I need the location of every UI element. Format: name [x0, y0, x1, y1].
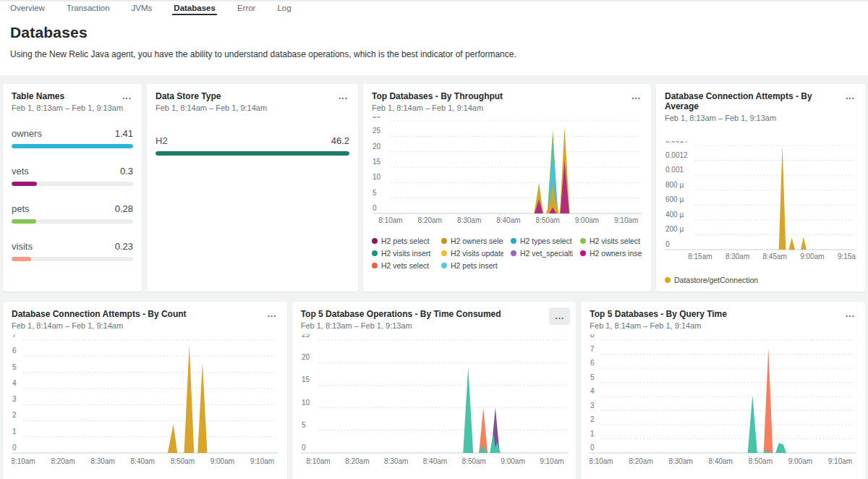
svg-text:8:45am: 8:45am [763, 253, 787, 260]
chart-legend: H2 pets selectH2 owners selectH2 types s… [372, 237, 642, 270]
area-chart[interactable]: 0510152025308:10am8:20am8:30am8:40am8:50… [372, 116, 642, 229]
svg-text:8:10am: 8:10am [12, 457, 35, 465]
svg-text:7: 7 [590, 345, 595, 353]
svg-text:8:30am: 8:30am [384, 457, 408, 465]
top-nav: Overview Transaction JVMs Databases Erro… [0, 0, 868, 15]
legend-label: H2 owners select [451, 237, 503, 245]
bar-track [12, 144, 133, 148]
legend-item[interactable]: H2 owners select [441, 237, 503, 245]
area-series [779, 145, 807, 250]
card-menu-button[interactable]: ... [119, 90, 135, 103]
svg-text:8:30am: 8:30am [457, 216, 481, 224]
card-connection-attempts-average: Database Connection Attempts - By Averag… [656, 84, 865, 292]
bar-value: 46.2 [331, 135, 349, 146]
area-chart[interactable]: 012345678:10am8:20am8:30am8:40am8:50am9:… [12, 334, 278, 470]
svg-text:1: 1 [12, 428, 17, 436]
card-time-range: Feb 1, 8:13am – Feb 1, 9:13am [665, 114, 856, 122]
svg-text:8:30am: 8:30am [90, 457, 114, 465]
svg-text:8: 8 [590, 334, 595, 339]
dashboard-grid: Table Names Feb 1, 8:13am – Feb 1, 9:13a… [0, 75, 868, 479]
card-menu-button[interactable]: ... [549, 308, 570, 325]
tab-overview[interactable]: Overview [9, 1, 46, 15]
bar-value: 0.23 [115, 241, 133, 252]
svg-text:0: 0 [373, 204, 377, 212]
card-top-databases-throughput: Top Databases - By Throughput Feb 1, 8:1… [363, 84, 651, 292]
svg-text:200 µ: 200 µ [665, 225, 684, 233]
card-time-range: Feb 1, 8:13am – Feb 1, 9:13am [12, 103, 133, 112]
svg-text:0: 0 [590, 444, 595, 452]
legend-item[interactable]: Datastore/getConnection [665, 276, 856, 284]
legend-label: H2 owners insert [590, 249, 642, 258]
svg-text:9:00am: 9:00am [788, 457, 812, 465]
tab-transaction[interactable]: Transaction [65, 1, 111, 15]
card-title: Database Connection Attempts - By Averag… [665, 91, 856, 111]
tab-log[interactable]: Log [276, 1, 292, 15]
bar-row: owners1.41 [12, 128, 133, 148]
bar-value: 0.3 [120, 166, 133, 177]
legend-item[interactable]: H2 vets select [372, 261, 434, 270]
card-time-range: Feb 1, 8:13am – Feb 1, 9:13am [301, 321, 568, 330]
bar-fill [12, 219, 36, 224]
card-menu-button[interactable]: ... [265, 308, 280, 321]
legend-label: H2 visits insert [381, 249, 430, 258]
svg-text:30: 30 [373, 116, 381, 119]
svg-text:8:40am: 8:40am [709, 457, 733, 465]
card-menu-button[interactable]: ... [843, 308, 858, 321]
legend-item[interactable]: H2 visits insert [372, 249, 434, 258]
card-title: Data Store Type [156, 91, 349, 101]
svg-text:9:00am: 9:00am [501, 457, 524, 465]
svg-text:9:10am: 9:10am [828, 457, 852, 465]
bar-value: 1.41 [115, 128, 133, 139]
bar-list: owners1.41vets0.3pets0.28visits0.23 [12, 128, 133, 261]
bar-fill [12, 182, 37, 186]
svg-text:9:10am: 9:10am [250, 457, 274, 465]
card-top5-operations-time-consumed: Top 5 Database Operations - By Time Cons… [292, 302, 576, 479]
area-series [764, 349, 773, 453]
chart-svg: 012345678:10am8:20am8:30am8:40am8:50am9:… [12, 334, 278, 467]
svg-text:4: 4 [590, 387, 595, 395]
svg-text:9:10am: 9:10am [540, 457, 563, 465]
tab-databases[interactable]: Databases [172, 1, 217, 15]
svg-text:6: 6 [12, 347, 17, 355]
card-time-range: Feb 1, 8:14am – Feb 1, 9:14am [12, 321, 278, 330]
svg-text:8:15am: 8:15am [688, 253, 712, 260]
legend-dot-icon [372, 238, 378, 244]
legend-item[interactable]: H2 visits select [580, 237, 642, 245]
bar-label: owners [12, 128, 42, 139]
legend-label: H2 pets select [381, 237, 430, 245]
legend-item[interactable]: H2 pets select [372, 237, 434, 245]
legend-item[interactable]: H2 visits update [441, 249, 503, 258]
legend-item[interactable]: H2 vet_specialti… [511, 249, 573, 258]
card-menu-button[interactable]: ... [336, 90, 351, 103]
legend-item[interactable]: H2 owners insert [580, 249, 642, 258]
svg-text:25: 25 [373, 127, 381, 135]
card-title: Top Databases - By Throughput [372, 91, 642, 101]
page-description: Using the New Relic Java agent, you have… [10, 49, 858, 59]
legend-dot-icon [580, 250, 586, 256]
legend-label: H2 visits update [451, 249, 503, 258]
svg-text:9:15am: 9:15am [838, 253, 856, 260]
svg-text:20: 20 [302, 353, 310, 361]
area-chart[interactable]: 05101520258:10am8:20am8:30am8:40am8:50am… [301, 334, 568, 470]
card-menu-button[interactable]: ... [629, 90, 644, 103]
legend-item[interactable]: H2 pets insert [441, 261, 503, 270]
area-chart[interactable]: 0123456788:10am8:20am8:30am8:40am8:50am9… [590, 334, 856, 470]
chart-legend: Datastore/getConnection [665, 276, 856, 284]
card-menu-button[interactable]: ... [843, 90, 858, 103]
legend-dot-icon [511, 250, 516, 256]
svg-text:8:50am: 8:50am [171, 457, 195, 465]
card-top5-databases-query-time: Top 5 Databases - By Query Time Feb 1, 8… [581, 302, 865, 479]
svg-text:8:30am: 8:30am [726, 253, 749, 260]
svg-text:9:10am: 9:10am [614, 216, 638, 224]
tab-error[interactable]: Error [236, 1, 258, 15]
svg-text:800 µ: 800 µ [665, 181, 684, 189]
legend-dot-icon [665, 277, 671, 283]
chart-svg: 0510152025308:10am8:20am8:30am8:40am8:50… [372, 116, 642, 226]
svg-text:10: 10 [302, 399, 310, 407]
legend-dot-icon [441, 263, 447, 268]
svg-text:8:20am: 8:20am [629, 457, 653, 465]
area-chart[interactable]: 0200 µ400 µ600 µ800 µ0.0010.00120.00148:… [665, 141, 856, 266]
tab-jvms[interactable]: JVMs [130, 1, 154, 15]
card-title: Table Names [12, 91, 133, 101]
legend-item[interactable]: H2 types select [511, 237, 573, 245]
